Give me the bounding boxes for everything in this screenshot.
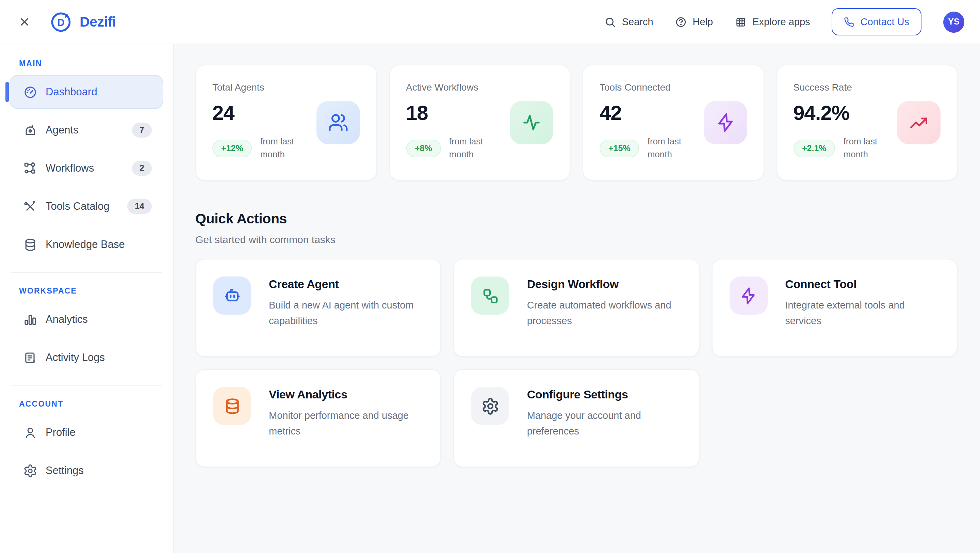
bot-icon	[23, 123, 37, 137]
activity-pulse-icon	[510, 101, 553, 144]
action-card-configure-settings[interactable]: Configure Settings Manage your account a…	[453, 369, 700, 467]
stat-caption: from last month	[449, 135, 506, 161]
database-icon	[213, 387, 251, 425]
stat-delta-badge: +8%	[406, 140, 441, 157]
apps-grid-icon	[735, 16, 746, 27]
sidebar-item-settings[interactable]: Settings	[10, 454, 163, 488]
stat-card-success-rate: Success Rate 94.2% +2.1% from last month	[776, 65, 958, 180]
main-content: Total Agents 24 +12% from last month Act…	[173, 44, 980, 553]
sidebar-item-dashboard[interactable]: Dashboard	[10, 75, 163, 109]
gear-icon	[23, 464, 37, 478]
sidebar-item-label: Settings	[46, 464, 84, 477]
search-icon	[605, 16, 616, 27]
action-description: Build a new AI agent with custom capabil…	[269, 298, 424, 330]
trending-up-icon	[897, 101, 940, 144]
crossed-tools-icon	[23, 199, 37, 214]
user-icon	[23, 425, 37, 440]
sidebar-item-label: Activity Logs	[46, 351, 105, 364]
action-title: Configure Settings	[527, 388, 682, 402]
sidebar-item-label: Analytics	[46, 313, 88, 325]
explore-apps-label: Explore apps	[752, 16, 810, 27]
sidebar-item-label: Dashboard	[46, 86, 97, 98]
sidebar-item-label: Knowledge Base	[46, 238, 125, 251]
sidebar-item-activity-logs[interactable]: Activity Logs	[10, 341, 163, 375]
action-description: Create automated workflows and processes	[527, 298, 682, 330]
bot-icon	[213, 276, 251, 315]
sidebar-item-tools-catalog[interactable]: Tools Catalog 14	[10, 189, 163, 223]
close-icon	[18, 16, 30, 28]
stat-delta-badge: +15%	[600, 140, 640, 157]
sidebar-item-label: Workflows	[46, 162, 94, 174]
stat-label: Active Workflows	[406, 82, 553, 92]
brand: D Dezifi	[50, 11, 116, 33]
header-actions: Search Help Explore apps Contact Us	[605, 8, 964, 35]
action-card-connect-tool[interactable]: Connect Tool Integrate external tools an…	[711, 259, 958, 357]
stat-delta-badge: +12%	[212, 140, 252, 157]
stat-caption: from last month	[843, 135, 901, 161]
action-title: Design Workflow	[527, 278, 682, 292]
contact-us-label: Contact Us	[861, 16, 909, 27]
action-description: Integrate external tools and services	[785, 298, 940, 330]
log-document-icon	[23, 351, 37, 365]
action-title: Connect Tool	[785, 278, 940, 292]
sidebar-item-knowledge-base[interactable]: Knowledge Base	[10, 228, 163, 261]
sidebar-item-profile[interactable]: Profile	[10, 416, 163, 449]
sidebar-item-label: Agents	[46, 124, 79, 136]
phone-icon	[844, 17, 854, 27]
zap-icon	[703, 101, 747, 144]
app-root: D Dezifi Search Help	[0, 0, 980, 553]
sidebar-divider	[11, 273, 162, 273]
workflow-icon	[471, 276, 509, 315]
quick-actions-title: Quick Actions	[195, 210, 958, 227]
stat-label: Total Agents	[212, 82, 360, 92]
workflow-nodes-icon	[23, 161, 37, 175]
bar-chart-icon	[23, 312, 37, 327]
sidebar-item-workflows[interactable]: Workflows 2	[10, 151, 163, 185]
stat-caption: from last month	[648, 135, 705, 161]
action-card-view-analytics[interactable]: View Analytics Monitor performance and u…	[195, 369, 441, 467]
stat-caption: from last month	[260, 135, 318, 161]
stat-card-tools-connected: Tools Connected 42 +15% from last month	[582, 65, 764, 180]
search-button[interactable]: Search	[605, 16, 653, 27]
sidebar-section-main: MAIN	[19, 59, 163, 67]
explore-apps-button[interactable]: Explore apps	[735, 16, 810, 27]
active-accent-bar	[5, 82, 9, 102]
action-description: Manage your account and preferences	[527, 408, 682, 440]
action-title: Create Agent	[269, 278, 424, 292]
gauge-icon	[23, 85, 37, 99]
sidebar-item-analytics[interactable]: Analytics	[10, 302, 163, 336]
agents-count-badge: 7	[132, 123, 152, 137]
sidebar-section-workspace: WORKSPACE	[19, 287, 163, 295]
stat-delta-badge: +2.1%	[793, 140, 835, 157]
action-title: View Analytics	[269, 388, 424, 402]
quick-actions-grid: Create Agent Build a new AI agent with c…	[195, 259, 958, 467]
sidebar-item-label: Tools Catalog	[46, 200, 110, 212]
search-label: Search	[622, 16, 653, 27]
contact-us-button[interactable]: Contact Us	[832, 8, 921, 35]
help-button[interactable]: Help	[675, 16, 713, 27]
zap-icon	[729, 276, 767, 315]
action-description: Monitor performance and usage metrics	[269, 408, 424, 440]
sidebar-divider	[11, 386, 162, 386]
users-icon	[316, 101, 360, 144]
stat-label: Success Rate	[793, 82, 940, 92]
dezifi-logo-icon: D	[50, 11, 72, 33]
logo-letter: D	[57, 16, 64, 27]
sidebar: MAIN Dashboard Agents 7 Workflows 2	[0, 44, 173, 553]
close-sidebar-button[interactable]	[16, 13, 33, 31]
action-card-design-workflow[interactable]: Design Workflow Create automated workflo…	[453, 259, 700, 357]
stats-row: Total Agents 24 +12% from last month Act…	[195, 65, 958, 180]
quick-actions-subtitle: Get started with common tasks	[195, 234, 958, 245]
help-label: Help	[693, 16, 713, 27]
top-header: D Dezifi Search Help	[0, 0, 980, 44]
database-icon	[23, 237, 37, 252]
sidebar-item-agents[interactable]: Agents 7	[10, 113, 163, 147]
help-icon	[675, 16, 687, 27]
tools-count-badge: 14	[127, 199, 152, 214]
stat-card-total-agents: Total Agents 24 +12% from last month	[195, 65, 377, 180]
brand-name: Dezifi	[80, 14, 116, 30]
gear-icon	[471, 387, 509, 425]
action-card-create-agent[interactable]: Create Agent Build a new AI agent with c…	[195, 259, 441, 357]
stat-card-active-workflows: Active Workflows 18 +8% from last month	[389, 65, 570, 180]
user-avatar[interactable]: YS	[943, 11, 964, 32]
